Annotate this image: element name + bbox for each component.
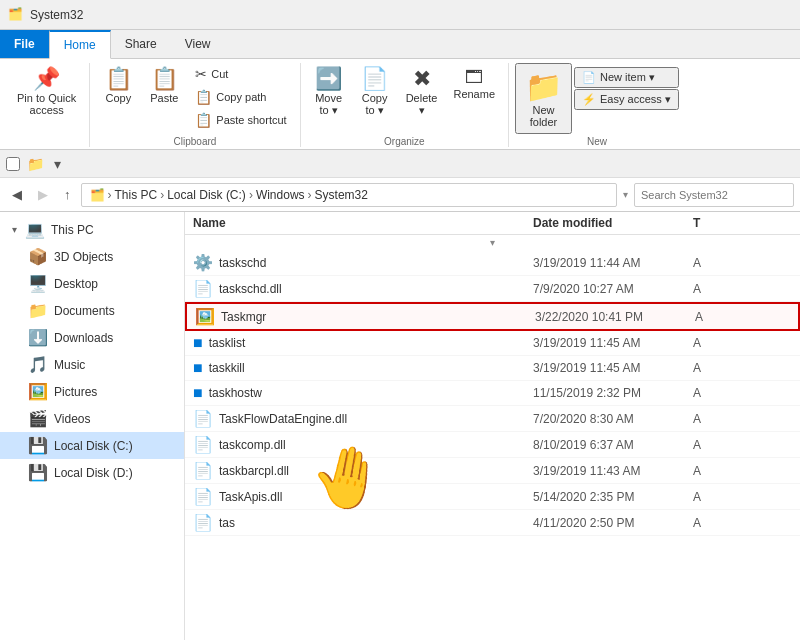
sidebar-item-3d-objects[interactable]: 📦 3D Objects xyxy=(0,243,184,270)
file-row-taskkill[interactable]: ■ taskkill 3/19/2019 11:45 AM A xyxy=(185,356,800,381)
copy-button[interactable]: 📋 Copy xyxy=(96,63,140,109)
taskapis-icon: 📄 xyxy=(193,487,213,506)
file-row-taskschd[interactable]: ⚙️ taskschd 3/19/2019 11:44 AM A xyxy=(185,250,800,276)
file-row-taskhostw[interactable]: ■ taskhostw 11/15/2019 2:32 PM A xyxy=(185,381,800,406)
new-item-button[interactable]: 📄 New item ▾ xyxy=(574,67,679,88)
path-windows[interactable]: Windows xyxy=(256,188,305,202)
paste-icon: 📋 xyxy=(151,68,178,90)
search-input[interactable] xyxy=(634,183,794,207)
sidebar-item-pictures[interactable]: 🖼️ Pictures xyxy=(0,378,184,405)
tab-home[interactable]: Home xyxy=(49,30,111,59)
copy-to-button[interactable]: 📄 Copyto ▾ xyxy=(353,63,397,122)
organize-label: Organize xyxy=(384,134,425,147)
address-chevron-icon[interactable]: ▾ xyxy=(621,187,630,202)
file-row-taskbarcpl[interactable]: 📄 taskbarcpl.dll 3/19/2019 11:43 AM A xyxy=(185,458,800,484)
local-disk-c-icon: 💾 xyxy=(28,436,48,455)
pictures-label: Pictures xyxy=(54,385,97,399)
move-to-button[interactable]: ➡️ Moveto ▾ xyxy=(307,63,351,122)
path-local-disk[interactable]: Local Disk (C:) xyxy=(167,188,246,202)
rename-button[interactable]: 🗔 Rename xyxy=(446,63,502,105)
taskflow-date: 7/20/2020 8:30 AM xyxy=(533,412,693,426)
tab-view[interactable]: View xyxy=(171,30,225,58)
taskapis-date: 5/14/2020 2:35 PM xyxy=(533,490,693,504)
new-label: New xyxy=(587,134,607,147)
file-cell-name-taskcomp: 📄 taskcomp.dll xyxy=(193,435,533,454)
file-row-taskschd-dll[interactable]: 📄 taskschd.dll 7/9/2020 10:27 AM A xyxy=(185,276,800,302)
move-icon: ➡️ xyxy=(315,68,342,90)
quick-access-checkbox[interactable] xyxy=(6,157,20,171)
this-pc-icon: 💻 xyxy=(25,220,45,239)
paste-label: Paste xyxy=(150,92,178,104)
new-item-label: New item ▾ xyxy=(600,71,655,84)
taskhostw-name: taskhostw xyxy=(209,386,262,400)
sidebar-item-local-disk-d[interactable]: 💾 Local Disk (D:) xyxy=(0,459,184,486)
up-button[interactable]: ↑ xyxy=(58,184,77,205)
file-row-tasklist[interactable]: ■ tasklist 3/19/2019 11:45 AM A xyxy=(185,331,800,356)
taskhostw-icon: ■ xyxy=(193,384,203,402)
ribbon-group-organize: ➡️ Moveto ▾ 📄 Copyto ▾ ✖ Delete▾ 🗔 xyxy=(301,63,509,147)
cut-button[interactable]: ✂ Cut xyxy=(188,63,293,85)
sidebar-item-desktop[interactable]: 🖥️ Desktop xyxy=(0,270,184,297)
pin-label: Pin to Quickaccess xyxy=(17,92,76,116)
documents-icon: 📁 xyxy=(28,301,48,320)
tab-share[interactable]: Share xyxy=(111,30,171,58)
taskmgr-type: A xyxy=(695,310,703,324)
new-folder-button[interactable]: 📁 Newfolder xyxy=(515,63,572,134)
folder-icon[interactable]: 📁 xyxy=(24,154,47,174)
back-button[interactable]: ◀ xyxy=(6,184,28,205)
taskmgr-name: Taskmgr xyxy=(221,310,266,324)
col-date-header[interactable]: Date modified xyxy=(533,216,693,230)
file-row-taskmgr[interactable]: 🖼️ Taskmgr 3/22/2020 10:41 PM A xyxy=(185,302,800,331)
address-path[interactable]: 🗂️ › This PC › Local Disk (C:) › Windows… xyxy=(81,183,618,207)
file-row-taskcomp[interactable]: 📄 taskcomp.dll 8/10/2019 6:37 AM A xyxy=(185,432,800,458)
file-cell-name-taskflow: 📄 TaskFlowDataEngine.dll xyxy=(193,409,533,428)
3d-objects-label: 3D Objects xyxy=(54,250,113,264)
delete-label: Delete▾ xyxy=(406,92,438,117)
taskbarcpl-type: A xyxy=(693,464,701,478)
file-list-header: Name Date modified T xyxy=(185,212,800,235)
paste-button[interactable]: 📋 Paste xyxy=(142,63,186,109)
file-row-taskflow[interactable]: 📄 TaskFlowDataEngine.dll 7/20/2020 8:30 … xyxy=(185,406,800,432)
path-this-pc[interactable]: This PC xyxy=(115,188,158,202)
forward-button[interactable]: ▶ xyxy=(32,184,54,205)
new-content: 📁 Newfolder 📄 New item ▾ ⚡ Easy access ▾ xyxy=(515,63,679,134)
ribbon-group-new: 📁 Newfolder 📄 New item ▾ ⚡ Easy access ▾… xyxy=(509,63,685,147)
sidebar-item-downloads[interactable]: ⬇️ Downloads xyxy=(0,324,184,351)
ribbon: 📌 Pin to Quickaccess 📋 Copy 📋 Paste ✂ Cu… xyxy=(0,59,800,150)
tas-type: A xyxy=(693,516,701,530)
downloads-icon: ⬇️ xyxy=(28,328,48,347)
sidebar-item-this-pc[interactable]: ▾ 💻 This PC xyxy=(0,216,184,243)
qa-down-icon[interactable]: ▾ xyxy=(51,154,64,174)
easy-access-icon: ⚡ xyxy=(582,93,596,106)
tasklist-date: 3/19/2019 11:45 AM xyxy=(533,336,693,350)
col-type-header[interactable]: T xyxy=(693,216,773,230)
sidebar-item-videos[interactable]: 🎬 Videos xyxy=(0,405,184,432)
copy-icon: 📋 xyxy=(105,68,132,90)
tab-file[interactable]: File xyxy=(0,30,49,58)
copy-path-button[interactable]: 📋 Copy path xyxy=(188,86,293,108)
clipboard-small-cluster: ✂ Cut 📋 Copy path 📋 Paste shortcut xyxy=(188,63,293,131)
file-row-tas[interactable]: 📄 tas 4/11/2020 2:50 PM A xyxy=(185,510,800,536)
file-cell-name-tasklist: ■ tasklist xyxy=(193,334,533,352)
rename-icon: 🗔 xyxy=(465,68,483,86)
new-item-icon: 📄 xyxy=(582,71,596,84)
file-row-taskapis[interactable]: 📄 TaskApis.dll 5/14/2020 2:35 PM A xyxy=(185,484,800,510)
taskbarcpl-name: taskbarcpl.dll xyxy=(219,464,289,478)
col-name-header[interactable]: Name xyxy=(193,216,533,230)
taskschd-type: A xyxy=(693,256,701,270)
paste-shortcut-button[interactable]: 📋 Paste shortcut xyxy=(188,109,293,131)
sidebar-item-local-disk-c[interactable]: 💾 Local Disk (C:) xyxy=(0,432,184,459)
pin-to-quick-access-button[interactable]: 📌 Pin to Quickaccess xyxy=(10,63,83,121)
copy-path-icon: 📋 xyxy=(195,89,212,105)
file-cell-name-taskschd: ⚙️ taskschd xyxy=(193,253,533,272)
copy-to-label: Copyto ▾ xyxy=(362,92,388,117)
tas-name: tas xyxy=(219,516,235,530)
easy-access-button[interactable]: ⚡ Easy access ▾ xyxy=(574,89,679,110)
path-system32[interactable]: System32 xyxy=(315,188,368,202)
downloads-label: Downloads xyxy=(54,331,113,345)
delete-button[interactable]: ✖ Delete▾ xyxy=(399,63,445,122)
sidebar-item-music[interactable]: 🎵 Music xyxy=(0,351,184,378)
sidebar-item-documents[interactable]: 📁 Documents xyxy=(0,297,184,324)
scroll-chevron: ▾ xyxy=(185,235,800,250)
3d-objects-icon: 📦 xyxy=(28,247,48,266)
